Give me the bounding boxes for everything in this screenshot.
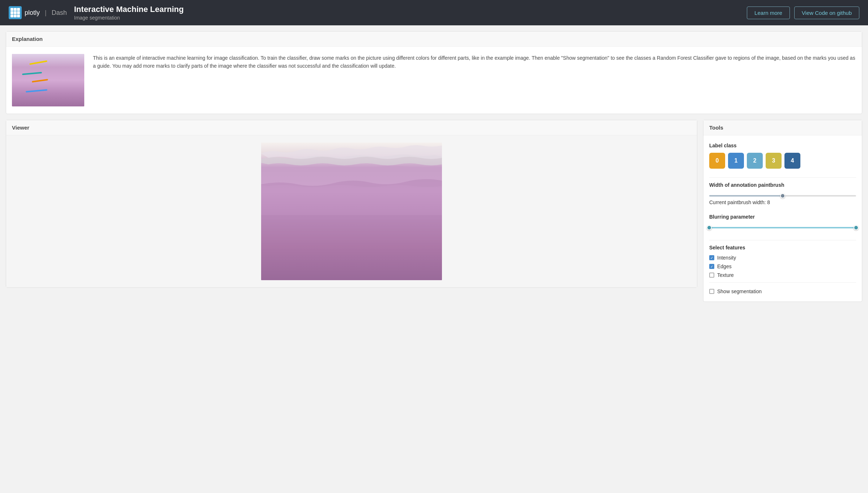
- svg-rect-7: [10, 14, 13, 17]
- blurring-slider-fill: [709, 227, 856, 228]
- blurring-section: Blurring parameter: [709, 214, 856, 231]
- viewer-card: Viewer: [6, 120, 697, 288]
- svg-rect-9: [17, 14, 20, 17]
- tools-body: Label class 0 1 2 3 4 Width of annotatio…: [703, 135, 862, 302]
- divider-1: [709, 177, 856, 178]
- paintbrush-width-title: Width of annotation paintbrush: [709, 182, 856, 188]
- tissue-image[interactable]: [261, 143, 442, 280]
- view-code-button[interactable]: View Code on github: [794, 7, 859, 19]
- explanation-text: This is an example of interactive machin…: [93, 54, 856, 70]
- explanation-section-title: Explanation: [6, 31, 862, 47]
- explanation-card: Explanation This is an example of intera…: [6, 31, 862, 114]
- edges-label: Edges: [717, 264, 732, 269]
- current-paintbrush-label: Current paintbrush width: 8: [709, 199, 856, 205]
- features-title: Select features: [709, 245, 856, 250]
- viewer-section-title: Viewer: [6, 120, 697, 135]
- blurring-slider-track[interactable]: [709, 227, 856, 228]
- logo-separator: |: [45, 9, 47, 17]
- svg-rect-4: [10, 11, 13, 14]
- show-segmentation-label: Show segmentation: [717, 288, 762, 294]
- logo-text: plotly: [25, 9, 40, 17]
- show-segmentation-row[interactable]: Show segmentation: [709, 288, 856, 294]
- logo-area: plotly | Dash: [9, 6, 67, 19]
- tools-card: Tools Label class 0 1 2 3 4 Width: [703, 120, 862, 302]
- intensity-checkbox[interactable]: ✓: [709, 255, 714, 260]
- svg-rect-1: [10, 8, 13, 11]
- svg-rect-3: [17, 8, 20, 11]
- edges-checkbox[interactable]: ✓: [709, 264, 714, 269]
- header: plotly | Dash Interactive Machine Learni…: [0, 0, 868, 25]
- plotly-logo-icon: [9, 6, 22, 19]
- bottom-section: Viewer: [6, 120, 862, 302]
- svg-rect-5: [14, 11, 17, 14]
- explanation-image: [12, 54, 84, 106]
- divider-3: [709, 282, 856, 283]
- app-title-area: Interactive Machine Learning Image segme…: [74, 5, 184, 21]
- feature-texture[interactable]: Texture: [709, 272, 856, 278]
- blurring-thumb-right[interactable]: [854, 225, 859, 230]
- intensity-label: Intensity: [717, 255, 736, 261]
- blurring-slider-container[interactable]: [709, 224, 856, 231]
- show-segmentation-checkbox[interactable]: [709, 289, 714, 294]
- app-subtitle: Image segmentation: [74, 15, 184, 21]
- label-btn-1[interactable]: 1: [728, 153, 744, 169]
- tissue-svg: [261, 143, 442, 280]
- tools-section-title: Tools: [703, 120, 862, 135]
- blurring-title: Blurring parameter: [709, 214, 856, 220]
- paintbrush-section: Width of annotation paintbrush Current p…: [709, 182, 856, 205]
- texture-checkbox[interactable]: [709, 273, 714, 278]
- orange-mark: [32, 79, 48, 83]
- paintbrush-slider-container[interactable]: [709, 192, 856, 199]
- label-class-title: Label class: [709, 143, 856, 148]
- divider-2: [709, 240, 856, 240]
- svg-rect-2: [14, 8, 17, 11]
- svg-rect-6: [17, 11, 20, 14]
- viewer-body[interactable]: [6, 135, 697, 287]
- app-title: Interactive Machine Learning: [74, 5, 184, 14]
- label-btn-0[interactable]: 0: [709, 153, 725, 169]
- main-content: Explanation This is an example of intera…: [0, 25, 868, 308]
- paintbrush-slider-thumb[interactable]: [780, 193, 785, 198]
- dash-text: Dash: [52, 9, 67, 17]
- label-buttons: 0 1 2 3 4: [709, 153, 856, 169]
- label-btn-4[interactable]: 4: [784, 153, 800, 169]
- svg-rect-8: [14, 14, 17, 17]
- texture-label: Texture: [717, 272, 734, 278]
- feature-intensity[interactable]: ✓ Intensity: [709, 255, 856, 261]
- feature-edges[interactable]: ✓ Edges: [709, 264, 856, 269]
- yellow-mark: [29, 60, 47, 65]
- label-btn-3[interactable]: 3: [766, 153, 782, 169]
- teal-mark: [22, 72, 42, 75]
- label-class-section: Label class 0 1 2 3 4: [709, 143, 856, 169]
- svg-rect-11: [261, 215, 442, 280]
- paintbrush-slider-fill: [709, 195, 783, 197]
- paintbrush-slider-track[interactable]: [709, 195, 856, 197]
- blue-mark: [26, 89, 47, 92]
- header-buttons: Learn more View Code on github: [747, 7, 859, 19]
- explanation-body: This is an example of interactive machin…: [6, 47, 862, 114]
- learn-more-button[interactable]: Learn more: [747, 7, 790, 19]
- select-features-section: Select features ✓ Intensity ✓ Edges Text…: [709, 245, 856, 278]
- label-btn-2[interactable]: 2: [747, 153, 763, 169]
- blurring-thumb-left[interactable]: [707, 225, 712, 230]
